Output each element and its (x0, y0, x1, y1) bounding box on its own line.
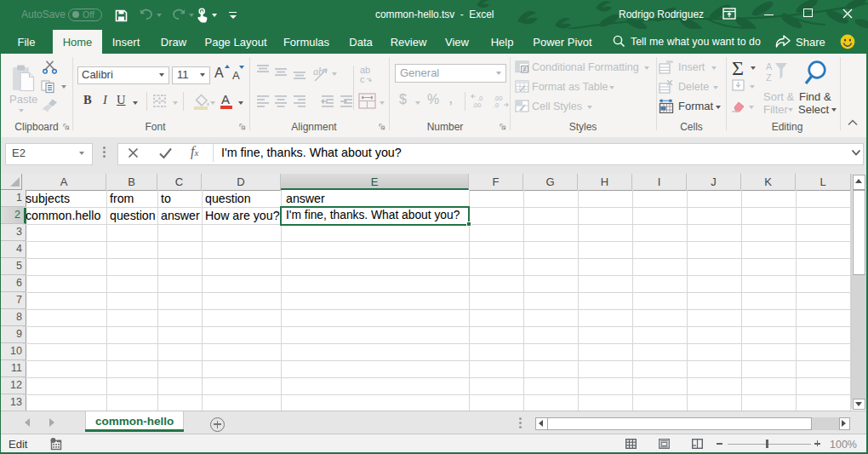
svg-text:A: A (766, 61, 773, 72)
svg-text:c: c (360, 74, 365, 84)
svg-text:.0: .0 (494, 101, 499, 108)
svg-text:ab: ab (313, 66, 323, 78)
svg-text:.00: .00 (472, 101, 481, 108)
svg-text:Z: Z (766, 72, 772, 83)
